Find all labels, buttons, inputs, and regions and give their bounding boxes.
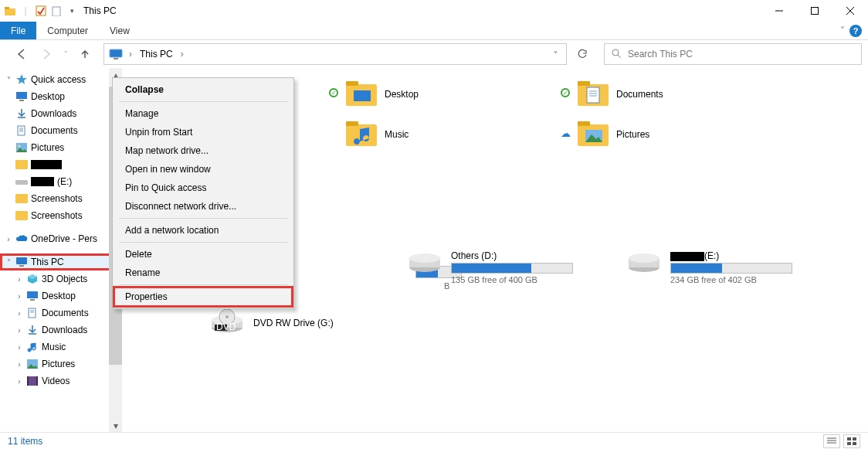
- tree-desktop-2[interactable]: › Desktop: [0, 287, 122, 304]
- tree-onedrive[interactable]: › OneDrive - Pers: [0, 230, 122, 247]
- tree-redacted-folder[interactable]: [0, 156, 122, 173]
- folder-documents[interactable]: ✓ Documents: [578, 74, 778, 114]
- svg-rect-38: [578, 81, 590, 86]
- explorer-app-icon: [3, 4, 17, 18]
- help-icon[interactable]: ?: [849, 25, 862, 37]
- maximize-button[interactable]: [797, 0, 832, 22]
- tree-documents-2[interactable]: › Documents: [0, 304, 122, 321]
- folder-icon: [15, 158, 28, 171]
- qat-newfolder-icon[interactable]: [49, 4, 63, 18]
- tree-videos-2[interactable]: › Videos: [0, 372, 122, 389]
- back-button[interactable]: [11, 43, 32, 65]
- search-input[interactable]: [628, 49, 855, 60]
- tree-desktop[interactable]: Desktop: [0, 88, 122, 105]
- chevron-down-icon[interactable]: ˅: [5, 258, 12, 267]
- view-details-button[interactable]: [823, 434, 840, 448]
- ctx-rename[interactable]: Rename: [114, 264, 292, 282]
- tree-screenshots[interactable]: Screenshots: [0, 190, 122, 207]
- tab-computer[interactable]: Computer: [36, 22, 99, 39]
- breadcrumb-this-pc[interactable]: This PC: [138, 49, 175, 60]
- tree-label: OneDrive - Pers: [31, 233, 97, 244]
- svg-rect-21: [15, 180, 28, 185]
- address-dropdown-button[interactable]: ˅: [544, 44, 566, 64]
- chevron-right-icon[interactable]: ›: [15, 309, 23, 318]
- chevron-right-icon[interactable]: ›: [15, 326, 23, 335]
- star-icon: [15, 73, 28, 86]
- ctx-add-network-location[interactable]: Add a network location: [114, 221, 292, 240]
- forward-button[interactable]: [36, 43, 57, 65]
- chevron-right-icon[interactable]: ›: [15, 275, 23, 284]
- ctx-properties[interactable]: Properties: [114, 287, 292, 306]
- videos-icon: [26, 375, 39, 387]
- tree-pictures-2[interactable]: › Pictures: [0, 355, 122, 372]
- ctx-open-new-window[interactable]: Open in new window: [114, 160, 292, 179]
- refresh-button[interactable]: [570, 43, 595, 65]
- music-folder-icon: [346, 120, 375, 149]
- drive-usage-bar: [451, 263, 573, 274]
- chevron-down-icon[interactable]: ˅: [5, 76, 12, 84]
- folder-icon: [15, 192, 28, 205]
- close-button[interactable]: [832, 0, 868, 22]
- chevron-right-icon[interactable]: ›: [5, 235, 12, 243]
- folder-music[interactable]: Music: [346, 114, 547, 155]
- svg-point-20: [19, 145, 21, 148]
- scroll-down-button[interactable]: ▾: [109, 419, 122, 432]
- tree-label: 3D Objects: [42, 274, 87, 284]
- tree-pictures[interactable]: Pictures: [0, 139, 122, 156]
- drive-icon: [15, 175, 28, 188]
- drive-d[interactable]: Others (D:) 135 GB free of 400 GB: [408, 250, 573, 284]
- tree-documents[interactable]: Documents: [0, 122, 122, 139]
- desktop-icon: [26, 290, 39, 302]
- tab-view[interactable]: View: [99, 22, 141, 39]
- ctx-separator: [119, 218, 287, 219]
- qat-properties-icon[interactable]: [34, 4, 48, 18]
- minimize-button[interactable]: [761, 0, 797, 22]
- drive-free-text: 135 GB free of 400 GB: [451, 275, 573, 284]
- tree-quick-access[interactable]: ˅ Quick access: [0, 71, 122, 88]
- drive-dvd[interactable]: DVD DVD RW Drive (G:): [167, 309, 334, 336]
- ctx-unpin-start[interactable]: Unpin from Start: [114, 123, 292, 141]
- ctx-manage[interactable]: Manage: [114, 104, 292, 123]
- pictures-icon: [26, 358, 39, 370]
- ctx-collapse[interactable]: Collapse: [114, 80, 292, 99]
- navigation-bar: ˅ › This PC › ˅: [0, 40, 868, 68]
- tree-downloads[interactable]: Downloads: [0, 105, 122, 122]
- tree-screenshots-2[interactable]: Screenshots: [0, 207, 122, 224]
- tab-file[interactable]: File: [0, 22, 36, 39]
- ctx-pin-quick-access[interactable]: Pin to Quick access: [114, 179, 292, 197]
- tree-3d-objects[interactable]: › 3D Objects: [0, 270, 122, 287]
- up-button[interactable]: [74, 43, 96, 65]
- qat-dropdown-icon[interactable]: ▾: [65, 4, 79, 18]
- folder-desktop[interactable]: ✓ Desktop: [346, 74, 547, 114]
- dvd-drive-icon: DVD: [210, 309, 244, 336]
- address-bar[interactable]: › This PC › ˅: [103, 43, 567, 65]
- svg-rect-46: [578, 121, 590, 126]
- ctx-disconnect-drive[interactable]: Disconnect network drive...: [114, 197, 292, 216]
- chevron-right-icon[interactable]: ›: [15, 377, 23, 386]
- chevron-right-icon[interactable]: ›: [15, 292, 23, 301]
- folder-pictures[interactable]: ☁ Pictures: [578, 114, 778, 155]
- tree-label: Music: [42, 342, 66, 352]
- ribbon-collapse-icon[interactable]: ˅: [840, 26, 845, 36]
- tree-downloads-2[interactable]: › Downloads: [0, 321, 122, 338]
- search-box[interactable]: [604, 43, 862, 65]
- drive-e[interactable]: (E:) 234 GB free of 402 GB: [627, 250, 792, 284]
- svg-point-53: [629, 253, 659, 263]
- svg-rect-26: [29, 308, 36, 318]
- svg-rect-24: [27, 291, 38, 298]
- ctx-map-drive[interactable]: Map network drive...: [114, 141, 292, 160]
- breadcrumb-chevron-icon[interactable]: ›: [127, 49, 134, 60]
- tree-music-2[interactable]: › Music: [0, 338, 122, 355]
- folder-label: Pictures: [616, 129, 649, 140]
- tree-drive-e[interactable]: (E:): [0, 173, 122, 190]
- svg-rect-35: [346, 81, 358, 86]
- recent-locations-button[interactable]: ˅: [60, 43, 71, 65]
- chevron-right-icon[interactable]: ›: [15, 343, 23, 352]
- chevron-right-icon[interactable]: ›: [15, 360, 23, 369]
- view-tiles-button[interactable]: [843, 434, 860, 448]
- ctx-delete[interactable]: Delete: [114, 245, 292, 264]
- breadcrumb-chevron-icon[interactable]: ›: [179, 49, 185, 60]
- tree-this-pc[interactable]: ˅ This PC: [0, 253, 122, 270]
- desktop-folder-icon: [346, 80, 375, 109]
- tree-label: Desktop: [31, 91, 65, 102]
